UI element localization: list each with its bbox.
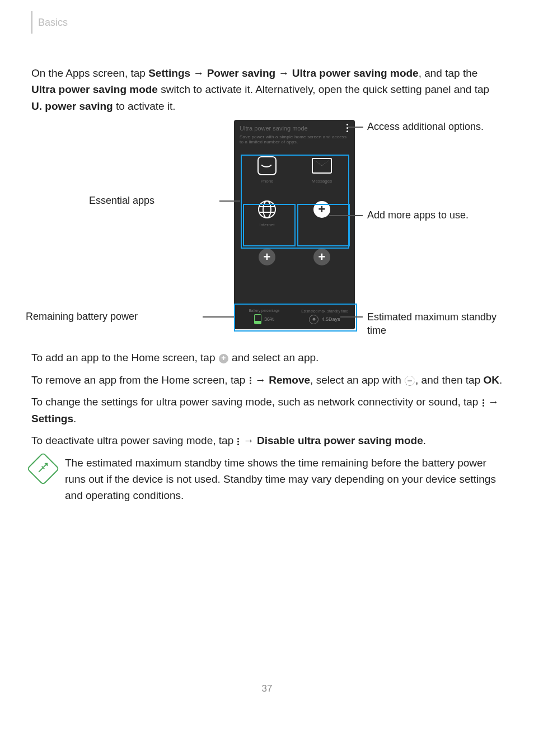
screen-title: Ultra power saving mode bbox=[240, 125, 308, 132]
globe-icon bbox=[257, 199, 277, 220]
note-block: The estimated maximum standby time shows… bbox=[31, 455, 503, 504]
svg-point-1 bbox=[263, 201, 271, 218]
app-phone[interactable]: Phone bbox=[240, 148, 294, 192]
screen-subtitle: Save power with a simple home screen and… bbox=[234, 134, 355, 148]
app-label: Messages bbox=[312, 179, 332, 184]
callout-options: Access additional options. bbox=[367, 121, 484, 133]
callout-essential: Essential apps bbox=[89, 195, 154, 207]
page-number: 37 bbox=[31, 683, 503, 694]
add-app-slot-3[interactable]: + bbox=[294, 235, 349, 279]
add-app-slot-1[interactable]: + bbox=[294, 192, 349, 235]
paragraph-add: To add an app to the Home screen, tap + … bbox=[31, 349, 503, 366]
plus-circle-icon: + bbox=[219, 354, 228, 363]
more-options-icon[interactable] bbox=[346, 124, 349, 132]
note-text: The estimated maximum standby time shows… bbox=[65, 455, 503, 504]
app-internet[interactable]: Internet bbox=[240, 192, 294, 235]
app-label: Phone bbox=[260, 179, 273, 184]
paragraph-remove: To remove an app from the Home screen, t… bbox=[31, 372, 503, 388]
diagram: Ultra power saving mode Save power with … bbox=[31, 120, 503, 344]
more-options-icon bbox=[483, 399, 484, 407]
app-label: Internet bbox=[259, 222, 274, 227]
plus-icon: + bbox=[313, 249, 330, 265]
minus-circle-icon: − bbox=[405, 376, 415, 386]
plus-icon: + bbox=[259, 249, 275, 265]
page-header: Basics bbox=[31, 11, 503, 34]
clock-icon bbox=[309, 315, 318, 324]
add-app-slot-2[interactable]: + bbox=[240, 235, 294, 279]
phone-screenshot: Ultra power saving mode Save power with … bbox=[234, 120, 355, 329]
paragraph-disable: To deactivate ultra power saving mode, t… bbox=[31, 432, 503, 449]
messages-icon bbox=[312, 158, 332, 174]
intro-paragraph: On the Apps screen, tap Settings → Power… bbox=[31, 65, 503, 114]
footer-battery: Battery percentage 36% bbox=[234, 304, 294, 329]
app-messages[interactable]: Messages bbox=[294, 148, 349, 192]
more-options-icon bbox=[250, 377, 251, 384]
callout-add-more: Add more apps to use. bbox=[367, 209, 469, 221]
plus-icon: + bbox=[313, 201, 330, 218]
svg-point-0 bbox=[259, 201, 275, 218]
section-title: Basics bbox=[38, 17, 68, 29]
callout-remaining: Remaining battery power bbox=[26, 311, 138, 323]
paragraph-settings: To change the settings for ultra power s… bbox=[31, 394, 503, 427]
callout-standby: Estimated maximum standby time bbox=[367, 311, 507, 337]
note-icon bbox=[26, 452, 59, 485]
more-options-icon bbox=[237, 438, 239, 445]
phone-icon bbox=[257, 156, 277, 175]
header-divider bbox=[31, 11, 32, 34]
battery-icon bbox=[254, 314, 261, 324]
